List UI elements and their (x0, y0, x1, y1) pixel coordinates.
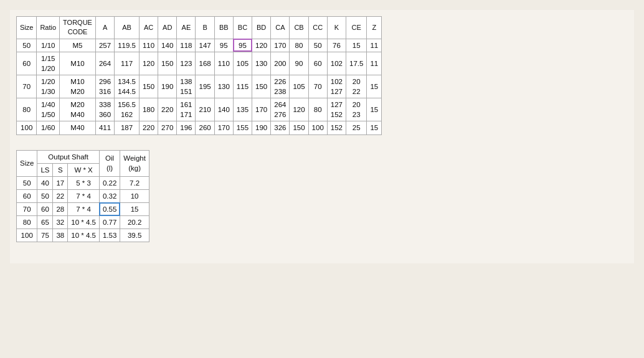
cell-b: 168 (196, 52, 214, 75)
cell-b: 260 (196, 121, 214, 134)
cell-ab: 119.5 (115, 39, 140, 52)
cell-bc: 115 (233, 75, 252, 98)
shaft-cell-wx: 10 * 4.5 (68, 216, 100, 229)
table-row: 801/401/50M20M40338360156.51621802201611… (17, 98, 382, 121)
cell-ratio: 1/401/50 (37, 98, 60, 121)
shaft-cell-wx: 7 * 4 (68, 202, 100, 215)
cell-ratio: 1/10 (37, 39, 60, 52)
shaft-cell-weight: 7.2 (120, 176, 149, 189)
shaft-table-row: 7060287 * 40.5515 (17, 202, 149, 215)
cell-ad: 220 (158, 98, 177, 121)
cell-ca: 170 (271, 39, 290, 52)
col-header-a: A (95, 17, 114, 39)
shaft-cell-ls: 60 (37, 202, 53, 215)
col-header-ca: CA (271, 17, 290, 39)
col-header-ac: AC (139, 17, 158, 39)
shaft-cell-weight: 15 (120, 202, 149, 215)
cell-ratio: 1/60 (37, 121, 60, 134)
cell-ab: 187 (115, 121, 140, 134)
shaft-table-row: 100753810 * 4.51.5339.5 (17, 229, 149, 242)
cell-ac: 150 (139, 75, 158, 98)
shaft-cell-size: 70 (17, 202, 37, 215)
cell-a: 296316 (95, 75, 114, 98)
cell-size: 80 (17, 98, 37, 121)
cell-ae: 118 (177, 39, 196, 52)
table-row: 601/151/20M10264117120150123168110105130… (17, 52, 382, 75)
cell-ca: 326 (271, 121, 290, 134)
cell-ab: 134.5144.5 (115, 75, 140, 98)
shaft-cell-wx: 5 * 3 (68, 176, 100, 189)
shaft-cell-weight: 20.2 (120, 216, 149, 229)
cell-bb: 170 (214, 121, 233, 134)
shaft-cell-ls: 75 (37, 229, 53, 242)
cell-b: 147 (196, 39, 214, 52)
cell-z: 11 (367, 52, 382, 75)
cell-ce: 15 (346, 39, 366, 52)
cell-bb: 110 (214, 52, 233, 75)
shaft-col-s: S (53, 163, 68, 176)
cell-ad: 150 (158, 52, 177, 75)
cell-ce: 2023 (346, 98, 366, 121)
shaft-cell-ls: 50 (37, 189, 53, 202)
shaft-cell-weight: 10 (120, 189, 149, 202)
cell-bd: 170 (252, 98, 271, 121)
cell-ce: 2022 (346, 75, 366, 98)
cell-z: 15 (367, 98, 382, 121)
cell-z: 11 (367, 39, 382, 52)
col-header-k: K (327, 17, 346, 39)
cell-cc: 50 (308, 39, 327, 52)
cell-b: 210 (196, 98, 214, 121)
col-header-bc: BC (233, 17, 252, 39)
col-header-b: B (196, 17, 214, 39)
cell-ac: 110 (139, 39, 158, 52)
cell-size: 50 (17, 39, 37, 52)
cell-bd: 150 (252, 75, 271, 98)
cell-size: 60 (17, 52, 37, 75)
cell-bd: 120 (252, 39, 271, 52)
cell-cc: 70 (308, 75, 327, 98)
shaft-col-ls: LS (37, 163, 53, 176)
shaft-cell-oil: 0.22 (99, 176, 120, 189)
cell-torque: M20M40 (60, 98, 96, 121)
shaft-col-weight: Weight(kg) (120, 150, 149, 176)
shaft-table: Size Output Shaft Oil(l) Weight(kg) LS S… (16, 150, 149, 243)
cell-bd: 190 (252, 121, 271, 134)
cell-bc: 155 (233, 121, 252, 134)
cell-k: 152 (327, 121, 346, 134)
cell-bb: 130 (214, 75, 233, 98)
shaft-cell-oil: 0.32 (99, 189, 120, 202)
cell-ce: 17.5 (346, 52, 366, 75)
cell-ae: 138151 (177, 75, 196, 98)
cell-ca: 264276 (271, 98, 290, 121)
shaft-cell-oil: 1.53 (99, 229, 120, 242)
cell-torque: M10M20 (60, 75, 96, 98)
cell-bc: 105 (233, 52, 252, 75)
cell-k: 127152 (327, 98, 346, 121)
shaft-cell-oil: 0.55 (99, 202, 120, 215)
col-header-bb: BB (214, 17, 233, 39)
cell-z: 15 (367, 75, 382, 98)
cell-ratio: 1/151/20 (37, 52, 60, 75)
cell-ae: 161171 (177, 98, 196, 121)
cell-ratio: 1/201/30 (37, 75, 60, 98)
cell-ae: 123 (177, 52, 196, 75)
cell-torque: M40 (60, 121, 96, 134)
cell-ac: 180 (139, 98, 158, 121)
cell-ca: 226238 (271, 75, 290, 98)
shaft-cell-s: 28 (53, 202, 68, 215)
cell-ad: 270 (158, 121, 177, 134)
cell-cb: 90 (290, 52, 308, 75)
cell-a: 257 (95, 39, 114, 52)
cell-torque: M5 (60, 39, 96, 52)
cell-bb: 140 (214, 98, 233, 121)
shaft-table-row: 6050227 * 40.3210 (17, 189, 149, 202)
shaft-cell-size: 60 (17, 189, 37, 202)
shaft-cell-size: 50 (17, 176, 37, 189)
cell-ae: 196 (177, 121, 196, 134)
shaft-col-oil: Oil(l) (99, 150, 120, 176)
shaft-cell-s: 38 (53, 229, 68, 242)
shaft-cell-s: 32 (53, 216, 68, 229)
col-header-ce: CE (346, 17, 366, 39)
col-header-size: Size (17, 17, 37, 39)
cell-cc: 100 (308, 121, 327, 134)
